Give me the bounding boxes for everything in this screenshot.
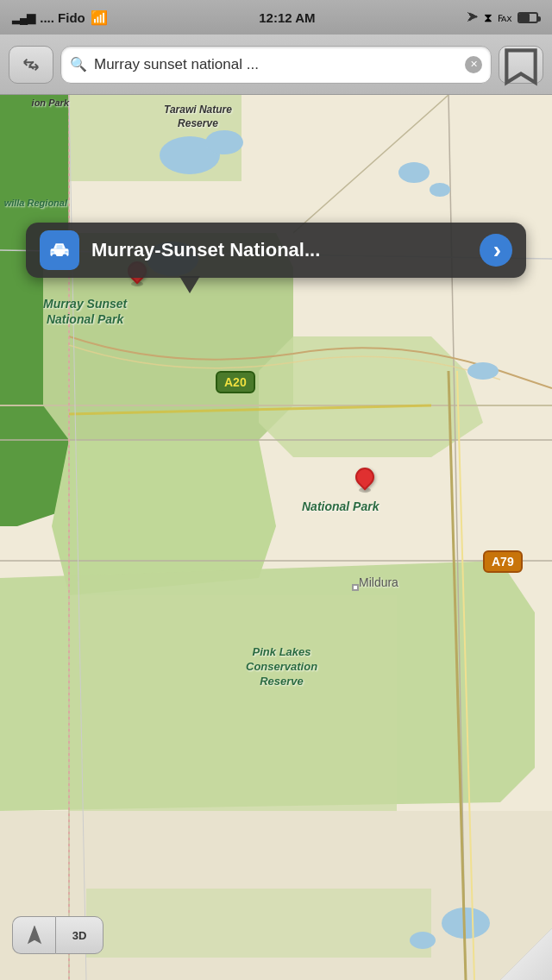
signal-bars: ▂▄▆ <box>12 11 34 24</box>
svg-point-23 <box>430 183 450 197</box>
svg-rect-38 <box>57 245 63 248</box>
bookmarks-button[interactable] <box>499 46 543 84</box>
status-time: 12:12 AM <box>259 10 315 25</box>
carrier-name: .... Fido <box>40 10 85 25</box>
svg-point-26 <box>442 908 490 939</box>
search-bar[interactable]: 🔍 Murray sunset national ... <box>60 46 492 84</box>
clock-icon: ⧗ <box>484 10 492 25</box>
svg-point-21 <box>205 130 243 154</box>
threed-button[interactable]: 3D <box>55 916 104 954</box>
svg-point-27 <box>410 932 436 949</box>
status-icons: ⮞ ⧗ ℻ <box>467 10 540 25</box>
svg-rect-37 <box>65 251 68 254</box>
svg-marker-39 <box>28 927 40 942</box>
svg-rect-36 <box>51 251 54 254</box>
locate-button[interactable] <box>12 916 55 954</box>
search-icon: 🔍 <box>70 56 87 72</box>
svg-rect-9 <box>69 595 397 837</box>
route-button[interactable] <box>9 46 53 84</box>
svg-point-25 <box>467 362 499 380</box>
nav-bar: 🔍 Murray sunset national ... <box>0 35 552 95</box>
tooltip-callout[interactable]: Murray-Sunset National... <box>26 223 526 278</box>
pin-national-park[interactable] <box>355 468 374 493</box>
svg-rect-11 <box>86 889 431 958</box>
shield-a79: A79 <box>483 550 523 573</box>
navigation-icon: ⮞ <box>467 10 479 24</box>
svg-point-22 <box>398 162 430 183</box>
wifi-icon: 📶 <box>91 9 108 26</box>
bottom-controls: 3D <box>12 916 104 954</box>
tooltip-title: Murray-Sunset National... <box>91 239 467 261</box>
map[interactable]: Tarawi NatureReserve ion Park willa Regi… <box>0 95 552 980</box>
shield-a20: A20 <box>216 371 255 393</box>
status-bar: ▂▄▆ .... Fido 📶 12:12 AM ⮞ ⧗ ℻ <box>0 0 552 35</box>
tooltip-detail-button[interactable] <box>480 234 512 267</box>
mildura-dot <box>352 584 359 591</box>
search-clear-button[interactable] <box>465 56 482 73</box>
bluetooth-icon: ℻ <box>498 10 512 24</box>
svg-marker-41 <box>526 954 552 980</box>
battery-icon <box>518 12 540 23</box>
svg-point-34 <box>52 254 56 258</box>
search-input-text[interactable]: Murray sunset national ... <box>94 56 458 73</box>
tooltip-icon <box>40 230 79 270</box>
status-carrier: ▂▄▆ .... Fido 📶 <box>12 9 108 26</box>
svg-point-35 <box>63 254 67 258</box>
pin-head-2 <box>351 463 378 490</box>
